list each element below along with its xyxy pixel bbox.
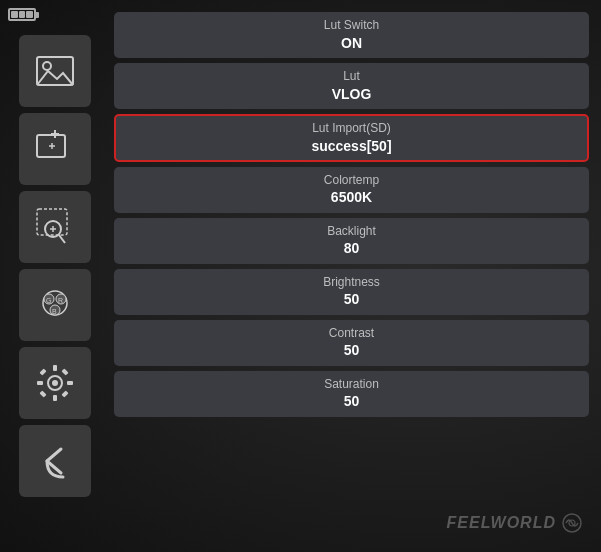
brightness-label: Brightness (323, 275, 380, 291)
svg-rect-28 (61, 390, 68, 397)
lut-value: VLOG (332, 85, 372, 103)
backlight-value: 80 (344, 239, 360, 257)
backlight-label: Backlight (327, 224, 376, 240)
image-icon (33, 49, 77, 93)
color-icon: G R B (33, 283, 77, 327)
watermark: FEELWORLD (447, 512, 583, 534)
sidebar-item-color[interactable]: G R B (19, 269, 91, 341)
menu-item-backlight[interactable]: Backlight 80 (114, 218, 589, 264)
svg-rect-21 (53, 365, 57, 371)
menu-item-saturation[interactable]: Saturation 50 (114, 371, 589, 417)
battery-indicator (8, 8, 36, 21)
menu-item-brightness[interactable]: Brightness 50 (114, 269, 589, 315)
sidebar: G R B (0, 0, 110, 552)
lut-import-value: success[50] (311, 137, 391, 155)
svg-rect-24 (67, 381, 73, 385)
svg-rect-26 (61, 368, 68, 375)
sidebar-item-add[interactable] (19, 113, 91, 185)
svg-text:G: G (46, 297, 51, 304)
contrast-value: 50 (344, 341, 360, 359)
battery-body (8, 8, 36, 21)
contrast-label: Contrast (329, 326, 374, 342)
sidebar-item-image[interactable] (19, 35, 91, 107)
svg-point-20 (52, 380, 58, 386)
battery-bar-2 (19, 11, 26, 18)
colortemp-value: 6500K (331, 188, 372, 206)
add-icon (33, 127, 77, 171)
menu-item-lut-switch[interactable]: Lut Switch ON (114, 12, 589, 58)
zoom-icon (33, 205, 77, 249)
svg-point-1 (43, 62, 51, 70)
svg-rect-25 (39, 368, 46, 375)
watermark-text: FEELWORLD (447, 514, 556, 532)
sidebar-item-settings[interactable] (19, 347, 91, 419)
svg-rect-23 (37, 381, 43, 385)
lut-label: Lut (343, 69, 360, 85)
svg-text:R: R (58, 297, 63, 304)
menu-item-lut-import[interactable]: Lut Import(SD) success[50] (114, 114, 589, 162)
battery-bar-3 (26, 11, 33, 18)
main-content: Lut Switch ON Lut VLOG Lut Import(SD) su… (110, 0, 601, 552)
lut-import-label: Lut Import(SD) (312, 121, 391, 137)
brightness-value: 50 (344, 290, 360, 308)
lut-switch-label: Lut Switch (324, 18, 379, 34)
saturation-value: 50 (344, 392, 360, 410)
colortemp-label: Colortemp (324, 173, 379, 189)
sidebar-item-zoom[interactable] (19, 191, 91, 263)
menu-item-colortemp[interactable]: Colortemp 6500K (114, 167, 589, 213)
svg-rect-27 (39, 390, 46, 397)
svg-line-11 (59, 235, 65, 243)
svg-rect-0 (37, 57, 73, 85)
battery-bar-1 (11, 11, 18, 18)
watermark-icon (561, 512, 583, 534)
screen: G R B (0, 0, 601, 552)
settings-icon (33, 361, 77, 405)
back-icon (33, 439, 77, 483)
sidebar-item-back[interactable] (19, 425, 91, 497)
menu-item-lut[interactable]: Lut VLOG (114, 63, 589, 109)
saturation-label: Saturation (324, 377, 379, 393)
lut-switch-value: ON (341, 34, 362, 52)
svg-rect-22 (53, 395, 57, 401)
menu-item-contrast[interactable]: Contrast 50 (114, 320, 589, 366)
svg-text:B: B (52, 308, 57, 315)
